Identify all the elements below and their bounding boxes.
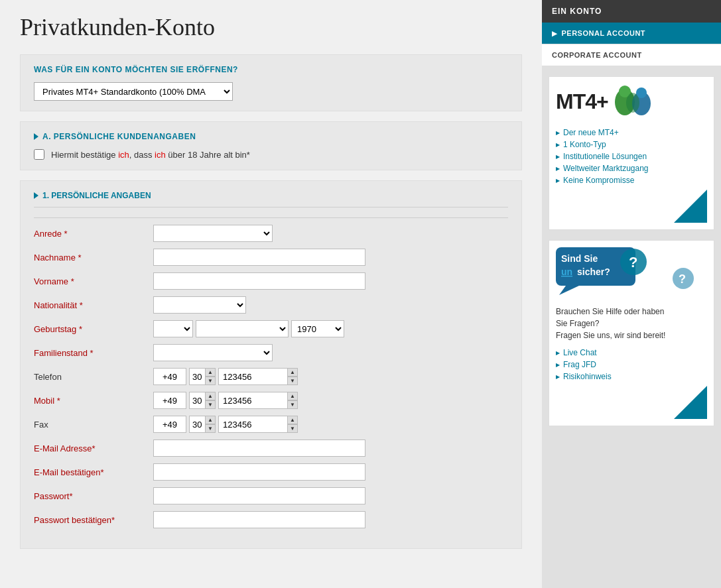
help-banner: Sind Sie un sicher? ? ? [549,240,714,426]
mt4-teal-triangle [674,190,707,223]
mobil-area-spinner[interactable]: ▲ ▼ [205,392,216,409]
fax-area-up[interactable]: ▲ [205,416,216,424]
mobil-area-down[interactable]: ▼ [205,400,216,409]
mt4-banner: MT4+ Der neue MT4+ 1 Konto-Typ Instituti… [549,76,714,230]
telefon-number-down[interactable]: ▼ [287,377,298,385]
form-divider [34,217,508,218]
svg-marker-6 [559,286,579,295]
vorname-input[interactable] [153,272,365,290]
help-link-risikohinweis[interactable]: Risikohinweis [556,371,707,382]
speech-bubbles: Sind Sie un sicher? ? ? [556,247,707,299]
geburtstag-year-select[interactable]: 1970 [291,320,344,337]
account-section: WAS FÜR EIN KONTO MÖCHTEN SIE ERÖFFNEN? … [20,54,522,111]
help-link-frag-jfd[interactable]: Frag JFD [556,359,707,371]
telefon-label: Telefon [34,372,153,382]
mt4-logo: MT4+ [556,84,707,120]
nationalitaet-row: Nationalität * [34,296,508,314]
passwort-confirm-input[interactable] [153,511,365,528]
mt4-feature-4[interactable]: Weltweiter Marktzugang [556,162,707,174]
question-mark-teal-svg: ? [672,267,695,290]
age-confirm-row: Hiermit bestätige ich, dass ich über 18 … [34,149,508,160]
personal-account-label: PERSONAL ACCOUNT [562,29,646,37]
fax-area-spinner[interactable]: ▲ ▼ [205,416,216,433]
geburtstag-month-select[interactable] [196,320,289,337]
question-bubble-svg: ? [619,247,649,277]
telefon-number-input[interactable] [218,368,298,385]
mobil-area-up[interactable]: ▲ [205,392,216,400]
mobil-area-wrap: ▲ ▼ [189,392,216,409]
svg-text:?: ? [629,254,637,270]
telefon-group: ▲ ▼ ▲ ▼ [153,368,298,385]
personal-section-1: 1. PERSÖNLICHE ANGABEN Anrede * Herr Fra… [20,180,522,549]
mobil-row: Mobil * ▲ ▼ ▲ ▼ [34,392,508,409]
telefon-country-input[interactable] [153,368,186,385]
fax-area-wrap: ▲ ▼ [189,416,216,433]
help-link-live-chat[interactable]: Live Chat [556,347,707,359]
passwort-confirm-label: Passwort bestätigen* [34,515,153,525]
anrede-select[interactable]: Herr Frau [153,225,273,242]
familienstand-select[interactable] [153,344,273,361]
familienstand-label: Familienstand * [34,348,153,358]
mt4-feature-1[interactable]: Der neue MT4+ [556,127,707,139]
passwort-row: Passwort* [34,487,508,504]
personal-section-a: A. PERSÖNLICHE KUNDENANGABEN Hiermit bes… [20,121,522,170]
fax-number-spinner[interactable]: ▲ ▼ [287,416,298,433]
email-input[interactable] [153,440,365,457]
mobil-number-down[interactable]: ▼ [287,400,298,409]
sidebar-header: EIN KONTO [542,0,721,23]
telefon-row: Telefon ▲ ▼ ▲ ▼ [34,368,508,385]
mobil-number-spinner[interactable]: ▲ ▼ [287,392,298,409]
nachname-input[interactable] [153,249,365,266]
mobil-country-input[interactable] [153,392,186,409]
sidebar-item-personal-account[interactable]: ▶ PERSONAL ACCOUNT [542,23,721,44]
telefon-number-spinner[interactable]: ▲ ▼ [287,368,298,385]
svg-text:?: ? [679,272,686,286]
corporate-account-label: CORPORATE ACCOUNT [552,51,642,59]
fax-row: Fax ▲ ▼ ▲ ▼ [34,416,508,433]
mt4-features-list: Der neue MT4+ 1 Konto-Typ Institutionell… [556,127,707,186]
fax-country-input[interactable] [153,416,186,433]
fax-number-input[interactable] [218,416,298,433]
vorname-label: Vorname * [34,276,153,286]
help-links-list: Live Chat Frag JFD Risikohinweis [556,347,707,382]
sidebar-menu: ▶ PERSONAL ACCOUNT CORPORATE ACCOUNT [542,23,721,66]
mt4-icon-svg [608,84,655,120]
mobil-number-input[interactable] [218,392,298,409]
fax-number-wrap: ▲ ▼ [218,416,298,433]
email-confirm-input[interactable] [153,463,365,481]
mt4-feature-5[interactable]: Keine Kompromisse [556,174,707,186]
email-confirm-row: E-Mail bestätigen* [34,463,508,481]
mobil-group: ▲ ▼ ▲ ▼ [153,392,298,409]
email-row: E-Mail Adresse* [34,440,508,457]
geburtstag-day-select[interactable] [153,320,193,337]
telefon-number-up[interactable]: ▲ [287,368,298,377]
sidebar-item-corporate-account[interactable]: CORPORATE ACCOUNT [542,44,721,66]
mt4-feature-3[interactable]: Institutionelle Lösungen [556,150,707,162]
nationalitaet-label: Nationalität * [34,300,153,310]
telefon-area-down[interactable]: ▼ [205,377,216,385]
mt4-teal-corner [556,190,707,223]
familienstand-row: Familienstand * [34,344,508,361]
anrede-label: Anrede * [34,229,153,239]
main-content: Privatkunden-Konto WAS FÜR EIN KONTO MÖC… [0,0,542,588]
section-a-header: A. PERSÖNLICHE KUNDENANGABEN [34,132,508,141]
telefon-area-up[interactable]: ▲ [205,368,216,377]
age-confirm-label: Hiermit bestätige ich, dass ich über 18 … [51,150,250,160]
fax-number-up[interactable]: ▲ [287,416,298,424]
account-section-header: WAS FÜR EIN KONTO MÖCHTEN SIE ERÖFFNEN? [34,65,508,74]
fax-area-down[interactable]: ▼ [205,424,216,433]
passwort-label: Passwort* [34,491,153,501]
geburtstag-row: Geburtstag * 1970 [34,320,508,337]
fax-group: ▲ ▼ ▲ ▼ [153,416,298,433]
account-type-select[interactable]: Privates MT4+ Standardkonto (100% DMA [34,82,233,101]
mt4-feature-2[interactable]: 1 Konto-Typ [556,139,707,150]
fax-number-down[interactable]: ▼ [287,424,298,433]
mobil-number-up[interactable]: ▲ [287,392,298,400]
svg-text:Sind Sie: Sind Sie [561,253,598,264]
telefon-area-spinner[interactable]: ▲ ▼ [205,368,216,385]
personal-account-arrow: ▶ [552,30,558,37]
nationalitaet-select[interactable] [153,296,246,314]
passwort-input[interactable] [153,487,365,504]
svg-text:sicher?: sicher? [577,266,610,277]
age-confirm-checkbox[interactable] [34,149,44,160]
